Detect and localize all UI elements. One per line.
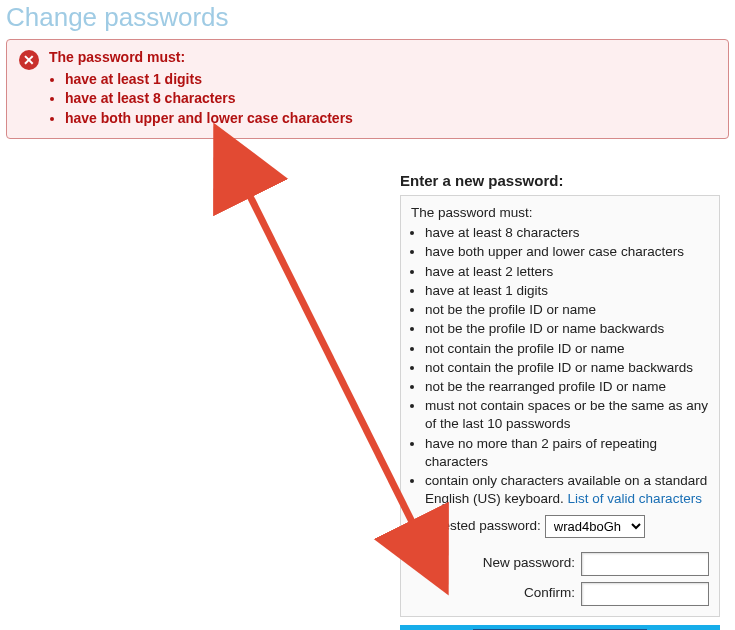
rule-item: not be the profile ID or name bbox=[425, 301, 709, 319]
new-password-input[interactable] bbox=[581, 552, 709, 576]
confirm-password-label: Confirm: bbox=[524, 584, 575, 602]
new-password-label: New password: bbox=[483, 554, 575, 572]
error-message-box: ✕ The password must: have at least 1 dig… bbox=[6, 39, 729, 139]
submit-bar: Change passwords bbox=[400, 625, 720, 631]
rule-item: not be the profile ID or name backwards bbox=[425, 320, 709, 338]
error-list: have at least 1 digits have at least 8 c… bbox=[65, 70, 716, 129]
rules-list: have at least 8 characters have both upp… bbox=[425, 224, 709, 508]
rule-item: have at least 2 letters bbox=[425, 263, 709, 281]
error-item: have both upper and lower case character… bbox=[65, 109, 716, 129]
rule-item: have at least 8 characters bbox=[425, 224, 709, 242]
confirm-password-input[interactable] bbox=[581, 582, 709, 606]
rules-heading: The password must: bbox=[411, 204, 709, 222]
suggested-password-select[interactable]: wrad4boGh bbox=[545, 515, 645, 538]
rule-item: have no more than 2 pairs of repeating c… bbox=[425, 435, 709, 471]
error-item: have at least 8 characters bbox=[65, 89, 716, 109]
error-heading: The password must: bbox=[49, 48, 716, 68]
form-heading: Enter a new password: bbox=[400, 172, 720, 189]
rule-item: not be the rearranged profile ID or name bbox=[425, 378, 709, 396]
error-icon: ✕ bbox=[19, 50, 39, 70]
rule-item: not contain the profile ID or name bbox=[425, 340, 709, 358]
rule-item: must not contain spaces or be the same a… bbox=[425, 397, 709, 433]
page-title: Change passwords bbox=[6, 2, 735, 33]
rule-item: contain only characters available on a s… bbox=[425, 472, 709, 508]
error-item: have at least 1 digits bbox=[65, 70, 716, 90]
rule-item: have both upper and lower case character… bbox=[425, 243, 709, 261]
suggested-password-label: Suggested password: bbox=[411, 517, 541, 535]
password-form-panel: The password must: have at least 8 chara… bbox=[400, 195, 720, 617]
valid-characters-link[interactable]: List of valid characters bbox=[568, 491, 702, 506]
rule-item: have at least 1 digits bbox=[425, 282, 709, 300]
rule-item: not contain the profile ID or name backw… bbox=[425, 359, 709, 377]
